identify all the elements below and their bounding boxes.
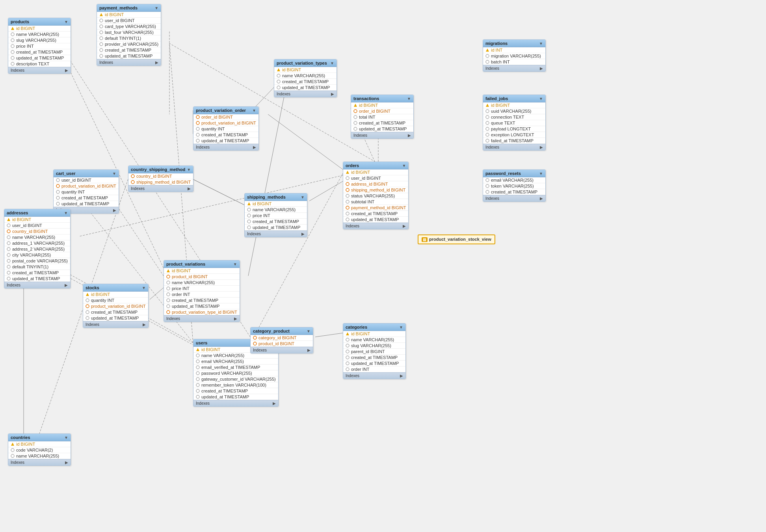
table-menu-icon-transactions[interactable]: ▼ [407, 97, 411, 101]
table-menu-icon-products[interactable]: ▼ [64, 20, 68, 24]
field-text: name VARCHAR(255) [253, 207, 296, 212]
table-field-row: email VARCHAR(255) [193, 359, 278, 365]
field-text: name VARCHAR(255) [16, 454, 59, 458]
indexes-arrow-icon[interactable]: ▶ [234, 316, 237, 321]
table-indexes-migrations[interactable]: Indexes▶ [483, 65, 545, 71]
table-menu-icon-shipping_methods[interactable]: ▼ [301, 195, 305, 199]
table-field-row: name VARCHAR(255) [4, 234, 70, 240]
indexes-arrow-icon[interactable]: ▶ [540, 145, 543, 149]
table-categories[interactable]: categories▼id BIGINTname VARCHAR(255)slu… [343, 323, 406, 379]
table-category_product[interactable]: category_product▼category_id BIGINTprodu… [250, 327, 313, 353]
table-migrations[interactable]: migrations▼id INTmigration VARCHAR(255)b… [483, 39, 546, 72]
table-addresses[interactable]: addresses▼id BIGINTuser_id BIGINTcountry… [4, 209, 71, 288]
indexes-arrow-icon[interactable]: ▶ [65, 283, 68, 287]
table-menu-icon-product_variations[interactable]: ▼ [233, 262, 237, 266]
table-products[interactable]: products▼id BIGINTname VARCHAR(255)slug … [8, 18, 71, 74]
table-menu-icon-cart_user[interactable]: ▼ [112, 171, 116, 176]
field-icon-nullable [196, 365, 200, 369]
table-indexes-country_shipping_method[interactable]: Indexes▶ [128, 185, 193, 192]
table-indexes-failed_jobs[interactable]: Indexes▶ [483, 144, 545, 150]
svg-point-83 [7, 271, 10, 274]
indexes-arrow-icon[interactable]: ▶ [400, 374, 403, 378]
table-indexes-password_resets[interactable]: Indexes▶ [483, 195, 545, 201]
indexes-arrow-icon[interactable]: ▶ [143, 322, 146, 327]
table-orders[interactable]: orders▼id BIGINTuser_id BIGINTaddress_id… [343, 162, 409, 229]
table-menu-icon-failed_jobs[interactable]: ▼ [539, 97, 543, 101]
table-menu-icon-countries[interactable]: ▼ [64, 435, 68, 440]
table-menu-icon-country_shipping_method[interactable]: ▼ [187, 167, 191, 172]
table-menu-icon-payment_methods[interactable]: ▼ [154, 6, 158, 10]
table-header-countries: countries▼ [8, 434, 71, 441]
indexes-arrow-icon[interactable]: ▶ [403, 224, 406, 228]
table-indexes-payment_methods[interactable]: Indexes▶ [97, 59, 161, 65]
table-indexes-product_variation_order[interactable]: Indexes▶ [193, 144, 258, 150]
table-indexes-addresses[interactable]: Indexes▶ [4, 282, 70, 288]
indexes-arrow-icon[interactable]: ▶ [273, 401, 276, 406]
table-indexes-countries[interactable]: Indexes▶ [8, 459, 71, 465]
table-failed_jobs[interactable]: failed_jobs▼id BIGINTuuid VARCHAR(255)co… [483, 95, 546, 151]
table-menu-icon-addresses[interactable]: ▼ [64, 211, 68, 215]
table-indexes-transactions[interactable]: Indexes▶ [351, 132, 413, 138]
table-indexes-product_variations[interactable]: Indexes▶ [164, 315, 240, 322]
indexes-arrow-icon[interactable]: ▶ [188, 186, 191, 191]
svg-marker-48 [354, 104, 357, 107]
field-icon-pk [7, 218, 11, 221]
table-product_variation_order[interactable]: product_variation_order▼order_id BIGINTp… [193, 106, 259, 151]
indexes-label: Indexes [196, 145, 210, 149]
table-indexes-products[interactable]: Indexes▶ [8, 67, 71, 73]
svg-point-76 [7, 230, 10, 233]
table-menu-icon-orders[interactable]: ▼ [402, 164, 406, 168]
table-menu-icon-category_product[interactable]: ▼ [307, 329, 310, 333]
indexes-arrow-icon[interactable]: ▶ [408, 133, 411, 138]
indexes-arrow-icon[interactable]: ▶ [331, 92, 334, 96]
table-indexes-shipping_methods[interactable]: Indexes▶ [245, 231, 307, 237]
field-icon-nullable [99, 36, 103, 40]
table-title-orders: orders [346, 163, 359, 168]
field-icon-pk [166, 269, 170, 273]
field-text: email_verified_at TIMESTAMP [201, 365, 260, 370]
indexes-arrow-icon[interactable]: ▶ [540, 66, 543, 71]
table-cart_user[interactable]: cart_user▼user_id BIGINTproduct_variatio… [53, 169, 119, 214]
svg-point-79 [7, 247, 10, 251]
table-indexes-category_product[interactable]: Indexes▶ [251, 347, 313, 353]
indexes-arrow-icon[interactable]: ▶ [113, 208, 116, 212]
table-indexes-users[interactable]: Indexes▶ [193, 400, 278, 406]
table-menu-icon-product_variation_types[interactable]: ▼ [330, 61, 334, 65]
table-field-row: slug VARCHAR(255) [8, 37, 71, 43]
indexes-arrow-icon[interactable]: ▶ [155, 60, 158, 65]
svg-point-25 [11, 33, 14, 36]
table-product_variations[interactable]: product_variations▼id BIGINTproduct_id B… [164, 260, 240, 322]
table-header-product_variation_order: product_variation_order▼ [193, 107, 258, 114]
indexes-arrow-icon[interactable]: ▶ [540, 196, 543, 201]
field-icon-fk [86, 304, 89, 308]
table-indexes-stocks[interactable]: Indexes▶ [83, 321, 148, 327]
indexes-arrow-icon[interactable]: ▶ [65, 460, 68, 465]
table-field-row: user_id BIGINT [54, 177, 119, 183]
table-transactions[interactable]: transactions▼id BIGINTorder_id BIGINTtot… [351, 95, 414, 139]
indexes-arrow-icon[interactable]: ▶ [307, 348, 310, 352]
table-menu-icon-password_resets[interactable]: ▼ [539, 171, 543, 176]
table-menu-icon-migrations[interactable]: ▼ [539, 41, 543, 46]
table-menu-icon-product_variation_order[interactable]: ▼ [252, 108, 256, 113]
table-password_resets[interactable]: password_resets▼email VARCHAR(255)token … [483, 169, 546, 202]
table-menu-icon-categories[interactable]: ▼ [399, 325, 403, 329]
indexes-arrow-icon[interactable]: ▶ [65, 68, 68, 73]
table-field-row: created_at TIMESTAMP [83, 309, 148, 315]
table-indexes-product_variation_types[interactable]: Indexes▶ [274, 91, 337, 97]
table-country_shipping_method[interactable]: country_shipping_method▼country_id BIGIN… [128, 166, 193, 192]
table-product_variation_types[interactable]: product_variation_types▼id BIGINTname VA… [274, 59, 337, 97]
table-countries[interactable]: countries▼id BIGINTcode VARCHAR(2)name V… [8, 433, 71, 466]
field-icon-nullable [346, 176, 350, 180]
field-icon-nullable [99, 24, 103, 28]
indexes-arrow-icon[interactable]: ▶ [301, 232, 305, 236]
table-payment_methods[interactable]: payment_methods▼id BIGINTuser_id BIGINTc… [97, 4, 161, 66]
table-field-row: created_at TIMESTAMP [193, 388, 278, 394]
table-field-row: user_id BIGINT [343, 175, 408, 181]
table-field-row: id BIGINT [164, 268, 240, 274]
table-stocks[interactable]: stocks▼id BIGINTquantity INTproduct_vari… [83, 284, 149, 328]
table-indexes-orders[interactable]: Indexes▶ [343, 223, 408, 229]
table-menu-icon-stocks[interactable]: ▼ [142, 286, 146, 290]
table-shipping_methods[interactable]: shipping_methods▼id BIGINTname VARCHAR(2… [244, 193, 307, 237]
table-indexes-categories[interactable]: Indexes▶ [343, 372, 405, 379]
indexes-arrow-icon[interactable]: ▶ [253, 145, 256, 149]
